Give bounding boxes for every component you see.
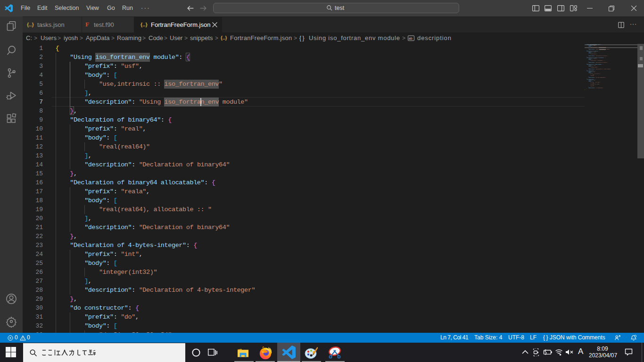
svg-text:ab: ab	[409, 37, 413, 40]
